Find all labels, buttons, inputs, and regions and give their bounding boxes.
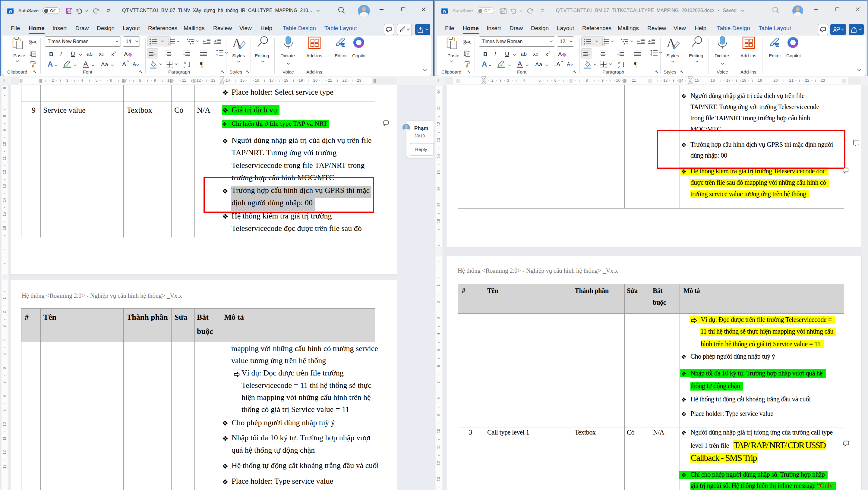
svg-text:2: 2: [167, 40, 169, 42]
svg-text:A: A: [618, 61, 620, 64]
svg-text:W: W: [443, 9, 446, 13]
svg-text:1: 1: [167, 38, 169, 40]
svg-text:Z: Z: [184, 65, 186, 69]
svg-text:2: 2: [602, 40, 603, 42]
svg-text:3: 3: [602, 43, 603, 45]
svg-text:Z: Z: [618, 65, 620, 69]
svg-text:1: 1: [602, 38, 603, 40]
svg-text:W: W: [9, 9, 12, 13]
svg-text:A: A: [184, 61, 186, 64]
svg-text:3: 3: [167, 43, 169, 45]
